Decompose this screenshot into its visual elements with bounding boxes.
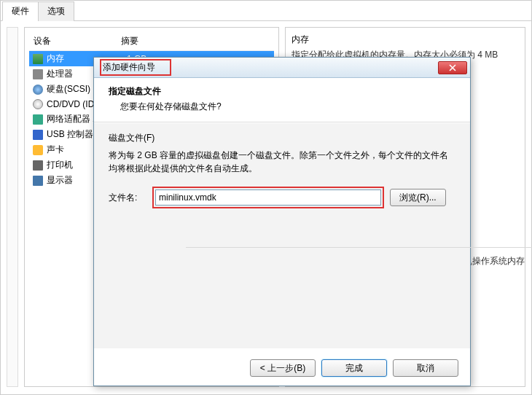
close-icon [449,64,456,71]
browse-button[interactable]: 浏览(R)... [390,189,446,206]
usb-icon [32,129,44,141]
dialog-title-highlight: 添加硬件向导 [100,59,171,76]
file-name-input[interactable] [155,189,381,206]
sound-icon [32,144,44,156]
memory-icon [32,53,44,65]
header-summary: 摘要 [121,35,270,47]
file-input-highlight [152,187,384,208]
left-margin [7,27,18,387]
dialog-titlebar: 添加硬件向导 [94,58,470,78]
dialog-body: 磁盘文件(F) 将为每 2 GB 容量的虚拟磁盘创建一个磁盘文件。除第一个文件之… [94,122,470,348]
disk-file-group-label: 磁盘文件(F) [109,132,455,144]
back-button[interactable]: < 上一步(B) [250,359,316,377]
display-icon [32,175,44,187]
finish-button[interactable]: 完成 [321,359,387,377]
memory-title: 内存 [292,34,519,46]
add-hardware-wizard-dialog: 添加硬件向导 指定磁盘文件 您要在何处存储磁盘文件? 磁盘文件(F) 将为每 2… [93,57,471,386]
cd-icon [32,98,44,110]
device-list-header: 设备 摘要 [29,32,274,51]
dialog-heading: 指定磁盘文件 [109,85,455,98]
cpu-icon [32,69,44,80]
group-divider [186,247,532,248]
dialog-subheading: 您要在何处存储磁盘文件? [120,101,455,113]
nic-icon [32,114,44,125]
disk-file-description: 将为每 2 GB 容量的虚拟磁盘创建一个磁盘文件。除第一个文件之外，每个文件的文… [109,149,455,175]
tab-bar: 硬件 选项 [1,1,531,21]
dialog-header-area: 指定磁盘文件 您要在何处存储磁盘文件? [94,78,470,122]
right-extra-text: 机操作系统内存 [463,255,525,267]
printer-icon [32,160,44,171]
tab-options[interactable]: 选项 [38,1,74,21]
cancel-button[interactable]: 取消 [393,359,458,377]
dialog-footer: < 上一步(B) 完成 取消 [250,359,458,377]
file-name-label: 文件名: [109,192,146,204]
disk-icon [32,84,44,95]
header-device: 设备 [34,35,121,47]
close-button[interactable] [438,61,467,74]
dialog-title: 添加硬件向导 [103,62,155,72]
tab-hardware[interactable]: 硬件 [2,1,39,21]
file-row: 文件名: 浏览(R)... [109,187,455,208]
